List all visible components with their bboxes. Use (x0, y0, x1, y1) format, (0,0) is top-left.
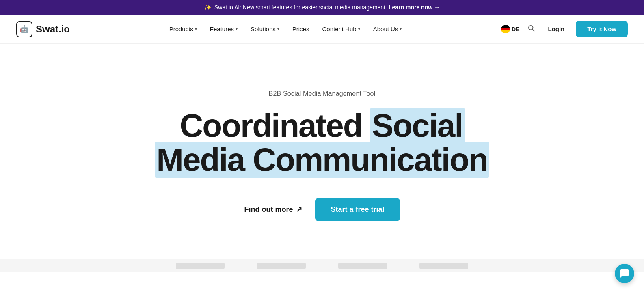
bottom-bar-item-4 (419, 263, 468, 269)
nav-about-us[interactable]: About Us ▾ (367, 22, 408, 36)
banner-text: Swat.io AI: New smart features for easie… (214, 4, 385, 11)
hero-actions: Find out more ↗ Start a free trial (244, 198, 400, 221)
chevron-down-icon: ▾ (236, 27, 238, 31)
german-flag-icon (501, 25, 510, 34)
chevron-down-icon: ▾ (195, 27, 197, 31)
hero-section: B2B Social Media Management Tool Coordin… (0, 44, 644, 259)
navbar-right: DE Login Try it Now (501, 21, 628, 37)
bottom-bar-item-2 (257, 263, 306, 269)
lang-code: DE (512, 26, 519, 32)
nav-content-hub-label: Content Hub (322, 26, 356, 32)
top-banner: ✨ Swat.io AI: New smart features for eas… (0, 0, 644, 15)
navbar: 🤖 Swat.io Products ▾ Features ▾ Solution… (0, 15, 644, 44)
find-out-more-link[interactable]: Find out more ↗ (244, 205, 302, 214)
hero-subtitle: B2B Social Media Management Tool (269, 90, 376, 97)
svg-line-1 (533, 30, 534, 31)
search-button[interactable] (526, 23, 536, 35)
logo-area: 🤖 Swat.io (16, 21, 70, 37)
nav-solutions[interactable]: Solutions ▾ (245, 22, 285, 36)
bottom-bar-item-3 (338, 263, 387, 269)
nav-prices[interactable]: Prices (287, 22, 315, 36)
hero-title: Coordinated Social Media Communication (155, 109, 489, 177)
chevron-down-icon: ▾ (277, 27, 279, 31)
logo-icon: 🤖 (16, 21, 32, 37)
hero-title-line1: Coordinated Social (180, 108, 465, 144)
main-nav: Products ▾ Features ▾ Solutions ▾ Prices… (164, 22, 408, 36)
nav-content-hub[interactable]: Content Hub ▾ (316, 22, 365, 36)
find-out-more-label: Find out more (244, 205, 293, 214)
cursor-icon: ↗ (296, 205, 302, 214)
chevron-down-icon: ▾ (358, 27, 360, 31)
logo-text: Swat.io (36, 24, 70, 35)
hero-highlight-social: Social (370, 108, 465, 144)
chevron-down-icon: ▾ (400, 27, 402, 31)
try-it-now-button[interactable]: Try it Now (576, 21, 628, 37)
nav-about-us-label: About Us (373, 26, 398, 32)
nav-products[interactable]: Products ▾ (164, 22, 203, 36)
nav-products-label: Products (169, 26, 193, 32)
banner-icon: ✨ (204, 4, 211, 11)
svg-point-0 (529, 26, 533, 30)
start-free-trial-button[interactable]: Start a free trial (315, 198, 400, 221)
login-button[interactable]: Login (543, 22, 569, 36)
bottom-bar-item-1 (176, 263, 225, 269)
nav-solutions-label: Solutions (251, 26, 276, 32)
hero-title-line2: Media Communication (155, 142, 489, 178)
language-selector[interactable]: DE (501, 25, 519, 34)
bottom-bar (0, 259, 644, 272)
nav-prices-label: Prices (292, 26, 309, 32)
nav-features[interactable]: Features ▾ (204, 22, 243, 36)
nav-features-label: Features (210, 26, 234, 32)
banner-link[interactable]: Learn more now → (389, 4, 440, 11)
hero-highlight-media: Media Communication (155, 142, 489, 178)
